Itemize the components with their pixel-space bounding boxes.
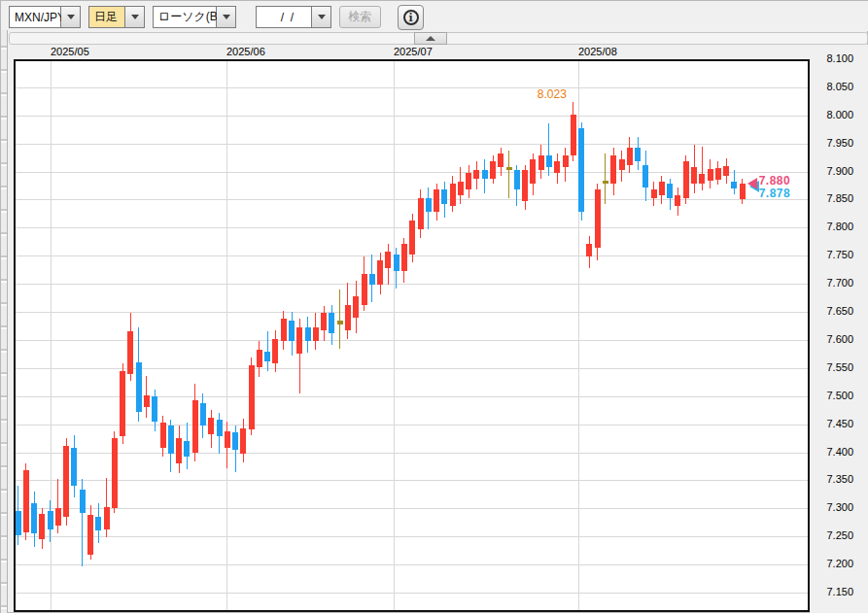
h-gridline	[16, 199, 808, 200]
candle	[16, 511, 21, 535]
x-axis-label: 2025/05	[51, 46, 89, 57]
candle	[635, 148, 641, 161]
h-gridline	[16, 144, 808, 145]
y-axis-label: 7.800	[826, 221, 853, 232]
h-gridline	[16, 87, 808, 88]
candle	[385, 252, 391, 268]
chevron-down-icon[interactable]	[312, 6, 331, 28]
h-gridline	[16, 284, 808, 285]
candle	[240, 428, 246, 453]
candle	[232, 432, 238, 449]
chevron-down-icon[interactable]	[61, 6, 81, 28]
y-axis-label: 7.300	[826, 501, 853, 513]
candle	[296, 327, 302, 354]
candle	[563, 155, 569, 167]
candle	[691, 167, 697, 184]
candle	[482, 170, 488, 178]
vertical-splitter-handle[interactable]	[1, 30, 8, 613]
candle	[112, 438, 118, 508]
y-axis-label: 7.200	[826, 558, 853, 569]
h-gridline	[16, 593, 808, 594]
candle	[418, 198, 424, 228]
candle	[305, 327, 311, 341]
candle	[490, 161, 496, 178]
y-axis-label: 7.450	[826, 418, 853, 429]
v-gridline	[394, 61, 395, 610]
collapse-panel-button[interactable]	[414, 32, 447, 45]
candle-wick	[605, 153, 606, 204]
chart-plot[interactable]: 8.0237.8807.878	[14, 59, 810, 612]
info-button[interactable]: i	[398, 5, 424, 30]
chevron-down-icon[interactable]	[125, 6, 145, 28]
candle	[225, 431, 230, 448]
candle	[434, 189, 439, 212]
v-gridline	[226, 61, 227, 610]
candle	[369, 274, 375, 286]
date-select[interactable]: / /	[256, 6, 331, 28]
candle	[514, 170, 520, 189]
candle	[152, 396, 157, 422]
candle	[39, 514, 45, 539]
symbol-select-value: MXN/JPY	[9, 6, 61, 28]
candle	[603, 181, 608, 184]
y-axis-label: 7.750	[826, 249, 853, 260]
candle	[586, 244, 592, 257]
high-price-label: 8.023	[538, 87, 567, 101]
h-gridline	[16, 564, 808, 565]
h-gridline	[16, 172, 808, 173]
candle	[642, 165, 648, 187]
candle	[458, 182, 464, 195]
candle	[281, 319, 287, 341]
symbol-select[interactable]: MXN/JPY	[9, 6, 81, 28]
candle	[272, 339, 278, 363]
candle	[530, 159, 536, 184]
candle	[176, 438, 182, 463]
candle	[731, 182, 737, 188]
y-axis-label: 7.700	[826, 277, 853, 289]
h-gridline	[16, 453, 808, 454]
candle	[249, 365, 255, 429]
timeframe-select[interactable]: 日足	[88, 6, 145, 28]
search-button[interactable]: 検索	[339, 6, 381, 28]
candle	[571, 115, 576, 156]
candle	[498, 153, 503, 167]
chart-type-select[interactable]: ローソク(BID)	[153, 6, 236, 28]
toolbar: MXN/JPY 日足 ローソク(BID) / / 検索 i	[1, 1, 868, 31]
chevron-down-icon[interactable]	[217, 6, 236, 28]
candle	[71, 448, 77, 486]
y-axis-label: 7.400	[826, 446, 853, 458]
candle	[127, 331, 133, 373]
candle	[699, 174, 705, 184]
y-axis-label: 7.550	[826, 361, 853, 373]
candle	[184, 441, 190, 457]
candle	[208, 418, 214, 434]
candle	[715, 168, 721, 180]
candle	[426, 198, 432, 212]
candle	[522, 170, 528, 200]
candle-wick	[702, 147, 703, 190]
candle	[538, 155, 544, 170]
candle	[55, 508, 61, 525]
candle	[257, 350, 262, 366]
candle	[313, 327, 319, 341]
y-axis-label: 7.950	[826, 137, 853, 149]
candle	[554, 161, 560, 173]
y-axis-label: 7.600	[826, 333, 853, 345]
candle	[578, 128, 584, 213]
candle	[87, 515, 93, 554]
y-axis-label: 7.900	[826, 165, 853, 177]
h-gridline	[16, 312, 808, 313]
price-marker-icon	[747, 178, 757, 189]
date-select-value: / /	[256, 6, 312, 28]
current-upper-price-label: 7.880	[759, 174, 791, 187]
candle	[683, 161, 689, 198]
candle	[675, 195, 680, 207]
candle	[401, 244, 407, 272]
candle-wick	[508, 151, 509, 199]
h-gridline	[16, 508, 808, 509]
chart-window: MXN/JPY 日足 ローソク(BID) / / 検索 i 2025/05202…	[0, 0, 868, 613]
x-axis-labels: 2025/052025/062025/072025/08	[9, 45, 868, 59]
candle	[362, 274, 367, 305]
horizontal-splitter-bar[interactable]	[9, 32, 868, 45]
candle	[627, 148, 633, 164]
